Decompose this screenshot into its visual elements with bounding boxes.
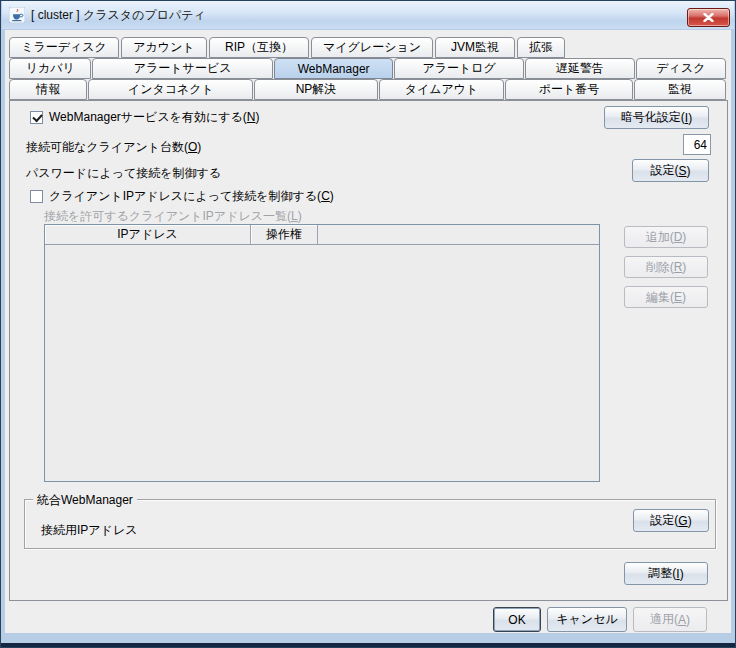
tab-account[interactable]: アカウント — [121, 37, 207, 58]
tab-info[interactable]: 情報 — [9, 79, 87, 100]
ip-address-table: IPアドレス 操作権 — [44, 224, 600, 482]
tab-mirror-disk[interactable]: ミラーディスク — [9, 37, 119, 58]
java-icon — [9, 7, 25, 23]
column-header-operation-right[interactable]: 操作権 — [251, 225, 318, 244]
tab-row-3: 情報 インタコネクト NP解決 タイムアウト ポート番号 監視 — [9, 79, 727, 100]
close-icon — [703, 13, 714, 22]
tab-disk[interactable]: ディスク — [636, 58, 726, 79]
tab-migration[interactable]: マイグレーション — [311, 37, 433, 58]
window-title: [ cluster ] クラスタのプロパティ — [31, 7, 206, 24]
tab-webmanager[interactable]: WebManager — [274, 58, 394, 79]
checkbox-box[interactable] — [30, 111, 43, 124]
checkbox-label: WebManagerサービスを有効にする(N) — [49, 109, 259, 126]
tab-alert-service[interactable]: アラートサービス — [92, 58, 272, 79]
column-header-ip-address[interactable]: IPアドレス — [45, 225, 251, 244]
tab-timeout[interactable]: タイムアウト — [379, 79, 505, 100]
ip-table-header: IPアドレス 操作権 — [45, 225, 599, 245]
cluster-properties-dialog: [ cluster ] クラスタのプロパティ ミラーディスク アカウント RIP… — [0, 0, 736, 648]
tab-extension[interactable]: 拡張 — [517, 37, 565, 58]
apply-button[interactable]: 適用(A) — [633, 607, 707, 632]
close-button[interactable] — [687, 8, 730, 27]
group-settings-button[interactable]: 設定(G) — [633, 509, 709, 532]
tab-recovery[interactable]: リカバリ — [9, 58, 91, 79]
window-frame-bottom — [1, 643, 735, 647]
ok-button[interactable]: OK — [493, 607, 541, 632]
tab-rip-compat[interactable]: RIP（互換） — [209, 37, 309, 58]
remove-button[interactable]: 削除(R) — [624, 256, 708, 278]
dialog-content: ミラーディスク アカウント RIP（互換） マイグレーション JVM監視 拡張 … — [5, 30, 731, 633]
checkbox-label: クライアントIPアドレスによって接続を制御する(C) — [49, 188, 334, 205]
webmanager-tab-panel: WebManagerサービスを有効にする(N) 暗号化設定(I) 接続可能なクラ… — [9, 100, 728, 601]
tab-row-2: リカバリ アラートサービス WebManager アラートログ 遅延警告 ディス… — [9, 58, 727, 79]
tab-alert-log[interactable]: アラートログ — [394, 58, 523, 79]
integrated-webmanager-group: 統合WebManager 接続用IPアドレス 設定(G) — [24, 499, 716, 549]
client-ip-control-checkbox[interactable]: クライアントIPアドレスによって接続を制御する(C) — [30, 188, 334, 205]
ip-list-label: 接続を許可するクライアントIPアドレス一覧(L) — [44, 208, 302, 225]
tab-jvm-monitor[interactable]: JVM監視 — [435, 37, 515, 58]
tab-monitor[interactable]: 監視 — [634, 79, 726, 100]
connection-ip-label: 接続用IPアドレス — [41, 522, 137, 539]
tab-np-resolution[interactable]: NP解決 — [254, 79, 378, 100]
password-settings-button[interactable]: 設定(S) — [632, 159, 709, 182]
client-count-label: 接続可能なクライアント台数(O) — [26, 139, 201, 156]
enable-webmanager-checkbox[interactable]: WebManagerサービスを有効にする(N) — [30, 109, 259, 126]
add-button[interactable]: 追加(D) — [624, 226, 708, 248]
tab-port-number[interactable]: ポート番号 — [505, 79, 632, 100]
password-control-label: パスワードによって接続を制御する — [26, 165, 221, 182]
encryption-settings-button[interactable]: 暗号化設定(I) — [604, 106, 709, 129]
tuning-button[interactable]: 調整(I) — [624, 562, 708, 585]
tab-row-1: ミラーディスク アカウント RIP（互換） マイグレーション JVM監視 拡張 — [9, 37, 727, 58]
tab-delay-warning[interactable]: 遅延警告 — [525, 58, 635, 79]
cancel-button[interactable]: キャンセル — [547, 607, 627, 632]
checkbox-box[interactable] — [30, 190, 43, 203]
title-bar[interactable]: [ cluster ] クラスタのプロパティ — [2, 1, 734, 29]
group-title: 統合WebManager — [33, 492, 137, 509]
edit-button[interactable]: 編集(E) — [624, 286, 708, 308]
ip-table-body — [45, 245, 599, 482]
tab-interconnect[interactable]: インタコネクト — [88, 79, 253, 100]
client-count-input[interactable] — [683, 134, 711, 155]
